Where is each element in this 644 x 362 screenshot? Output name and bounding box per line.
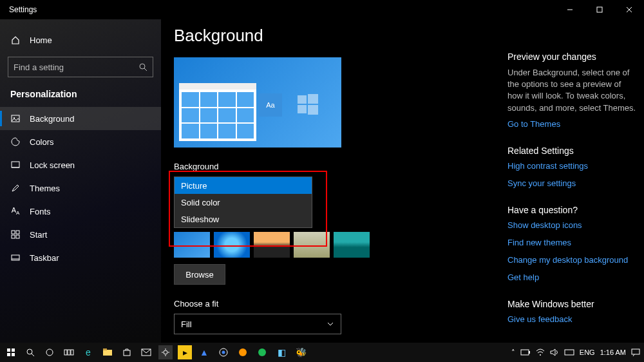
home-label: Home [30,35,52,45]
search-taskbar-icon[interactable] [23,345,37,359]
sidebar-item-themes[interactable]: Themes [0,176,161,200]
find-themes-link[interactable]: Find new themes [507,238,636,247]
start-button[interactable] [4,345,18,359]
svg-line-5 [144,68,147,71]
chevron-down-icon [327,320,334,328]
background-preview: Aa [174,57,341,148]
preview-changes-head: Preview your changes [507,52,636,62]
sidebar-item-label: Background [30,114,74,124]
svg-rect-44 [529,351,530,354]
battery-icon[interactable] [520,349,531,356]
svg-rect-28 [68,350,70,355]
sidebar-item-background[interactable]: Background [0,107,161,130]
svg-rect-31 [103,348,107,350]
system-tray[interactable]: ˄ ENG 1:16 AM [511,348,640,357]
background-dropdown[interactable]: Picture Solid color Slideshow [174,176,312,228]
taskview-icon[interactable] [62,345,76,359]
svg-rect-14 [12,255,19,260]
preview-changes-body: Under Background, select one of the opti… [507,67,636,114]
sidebar-item-label: Start [30,230,47,240]
background-label: Background [174,162,502,171]
explorer-icon[interactable] [100,345,115,359]
right-pane: Preview your changes Under Background, s… [507,52,636,341]
edge-icon[interactable]: e [81,345,95,359]
feedback-link[interactable]: Give us feedback [507,314,636,324]
fit-value: Fill [181,319,192,329]
app-icon-3[interactable]: ◧ [274,345,289,359]
sidebar-item-label: Themes [30,184,60,193]
spotify-icon[interactable] [255,345,269,359]
page-heading: Background [174,26,502,46]
svg-rect-23 [12,353,15,356]
app-icon-2[interactable]: ▲ [197,345,211,359]
store-icon[interactable] [120,345,134,359]
minimize-button[interactable] [555,0,585,19]
sidebar-item-label: Lock screen [30,160,75,170]
related-settings-head: Related Settings [507,146,636,156]
svg-rect-16 [298,95,307,104]
sidebar-item-start[interactable]: Start [0,223,161,246]
thumbnail-5[interactable] [334,232,370,258]
dropdown-option-solid[interactable]: Solid color [175,194,312,211]
sidebar: Home Find a setting Personalization Back… [0,19,161,343]
thumbnail-1[interactable] [174,232,210,258]
get-help-link[interactable]: Get help [507,272,636,282]
svg-rect-8 [12,162,19,167]
svg-point-45 [540,354,541,356]
svg-rect-1 [597,7,602,12]
chrome-icon[interactable] [216,345,231,359]
home-nav[interactable]: Home [0,28,161,52]
search-placeholder: Find a setting [14,62,64,72]
change-bg-link[interactable]: Change my desktop background [507,255,636,265]
thumbnail-2[interactable] [214,232,250,258]
svg-rect-20 [7,348,10,352]
tray-time[interactable]: 1:16 AM [600,348,626,356]
app-icon-1[interactable]: ▸ [178,345,192,359]
sidebar-item-lockscreen[interactable]: Lock screen [0,153,161,176]
svg-point-26 [46,349,53,356]
svg-point-4 [140,64,145,69]
notifications-icon[interactable] [631,348,640,356]
home-icon [10,35,21,45]
app-icon-4[interactable]: 🐝 [294,345,308,359]
sidebar-item-fonts[interactable]: AA Fonts [0,200,161,223]
main-content: Background Aa Background Picture Solid c… [174,26,502,343]
close-button[interactable] [614,0,644,19]
search-input[interactable]: Find a setting [8,57,153,77]
svg-rect-17 [308,94,318,104]
go-to-themes-link[interactable]: Go to Themes [507,119,636,129]
dropdown-option-slideshow[interactable]: Slideshow [175,211,312,227]
sync-settings-link[interactable]: Sync your settings [507,178,636,188]
browse-button[interactable]: Browse [174,264,225,285]
lock-icon [10,160,21,170]
show-desktop-icons-link[interactable]: Show desktop icons [507,220,636,230]
maximize-button[interactable] [585,0,614,19]
svg-rect-22 [7,353,10,356]
svg-point-34 [164,350,167,354]
fit-label: Choose a fit [174,299,502,309]
firefox-icon[interactable] [236,345,250,359]
fit-dropdown[interactable]: Fill [174,314,341,334]
tray-lang[interactable]: ENG [580,348,595,356]
title-bar: Settings [0,0,644,19]
sidebar-item-taskbar[interactable]: Taskbar [0,246,161,269]
sidebar-item-colors[interactable]: Colors [0,130,161,153]
svg-rect-46 [565,350,574,355]
high-contrast-link[interactable]: High contrast settings [507,161,636,171]
mail-icon[interactable] [139,345,153,359]
keyboard-icon[interactable] [564,349,574,356]
thumbnail-3[interactable] [254,232,290,258]
volume-icon[interactable] [550,348,559,356]
thumbnail-4[interactable] [294,232,330,258]
wifi-icon[interactable] [536,348,545,356]
sidebar-item-label: Colors [30,137,54,147]
svg-rect-11 [16,231,19,234]
svg-rect-30 [103,350,112,356]
svg-rect-10 [12,231,15,234]
tray-chevron-icon[interactable]: ˄ [511,348,515,357]
taskbar: e ▸ ▲ ◧ 🐝 ˄ ENG 1:16 AM [0,343,644,362]
cortana-icon[interactable] [43,345,57,359]
picture-thumbnails [174,232,502,258]
settings-taskbar-icon[interactable] [158,345,173,359]
dropdown-option-picture[interactable]: Picture [175,177,312,194]
